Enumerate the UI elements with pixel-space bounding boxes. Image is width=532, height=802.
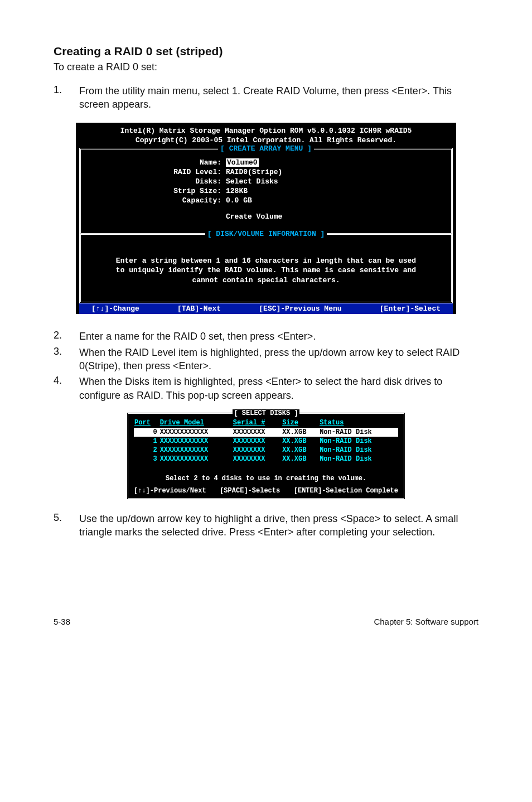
step-text: From the utility main menu, select 1. Cr…	[79, 84, 478, 112]
col-size: Size	[282, 418, 319, 428]
footer-key-change: [↑↓]-Change	[91, 305, 139, 313]
footer-key-prev: [↑↓]-Previous/Next	[134, 487, 206, 495]
col-port: Port	[134, 418, 159, 428]
step-1: 1. From the utility main menu, select 1.…	[54, 84, 478, 112]
cell-size: XX.XGB	[282, 455, 319, 463]
cell-model: XXXXXXXXXXXX	[159, 428, 233, 437]
bios-banner-line: Intel(R) Matrix Storage Manager Option R…	[76, 126, 456, 136]
footer-key-enter: [Enter]-Select	[380, 305, 441, 313]
value-strip-size: 128KB	[226, 187, 438, 195]
panel-title: [ DISK/VOLUME INFORMATION ]	[205, 230, 327, 238]
step-text: When the Disks item is highlighted, pres…	[79, 375, 478, 402]
label-raid-level: RAID Level:	[81, 168, 226, 176]
step-2: 2. Enter a name for the RAID 0 set, then…	[54, 330, 478, 343]
label-capacity: Capacity:	[81, 196, 226, 205]
cell-status: Non-RAID Disk	[319, 455, 398, 463]
footer-key-enter: [ENTER]-Selection Complete	[294, 487, 398, 495]
col-serial: Serial #	[233, 418, 282, 428]
step-number: 2.	[54, 330, 79, 343]
disks-table: Port Drive Model Serial # Size Status 0 …	[134, 418, 398, 463]
bios-create-array-screenshot: Intel(R) Matrix Storage Manager Option R…	[76, 123, 456, 315]
step-number: 3.	[54, 346, 79, 373]
value-name: Volume0	[226, 158, 259, 167]
footer-key-tab: [TAB]-Next	[177, 305, 221, 313]
section-heading: Creating a RAID 0 set (striped)	[54, 45, 478, 58]
create-array-panel: [ CREATE ARRAY MENU ] Name: Volume0 RAID…	[79, 148, 453, 235]
info-line: to uniquely identify the RAID volume. Th…	[86, 265, 446, 276]
col-model: Drive Model	[159, 418, 233, 428]
value-disks: Select Disks	[226, 177, 438, 186]
col-status: Status	[319, 418, 398, 428]
label-disks: Disks:	[81, 177, 226, 186]
panel-title: [ CREATE ARRAY MENU ]	[218, 144, 314, 153]
disk-row-selected: 0 XXXXXXXXXXXX XXXXXXXX XX.XGB Non-RAID …	[134, 428, 398, 437]
cell-model: XXXXXXXXXXXX	[159, 437, 233, 446]
cell-status: Non-RAID Disk	[319, 446, 398, 455]
panel-title: [ SELECT DISKS ]	[233, 409, 299, 417]
label-strip-size: Strip Size:	[81, 187, 226, 195]
cell-size: XX.XGB	[282, 428, 319, 437]
label-name: Name:	[81, 158, 226, 167]
page-number: 5-38	[54, 617, 70, 626]
select-disks-note: Select 2 to 4 disks to use in creating t…	[134, 463, 398, 487]
cell-serial: XXXXXXXX	[233, 446, 282, 455]
cell-model: XXXXXXXXXXXX	[159, 455, 233, 463]
value-raid-level: RAID0(Stripe)	[226, 168, 438, 176]
cell-port: 3	[134, 455, 159, 463]
step-text: Enter a name for the RAID 0 set, then pr…	[79, 330, 478, 343]
cell-port: 0	[134, 428, 159, 437]
cell-size: XX.XGB	[282, 446, 319, 455]
disk-row: 3 XXXXXXXXXXXX XXXXXXXX XX.XGB Non-RAID …	[134, 455, 398, 463]
step-text: Use the up/down arrow key to highlight a…	[79, 512, 478, 539]
value-capacity: 0.0 GB	[226, 196, 438, 205]
select-disks-panel: [ SELECT DISKS ] Port Drive Model Serial…	[127, 412, 405, 500]
info-line: Enter a string between 1 and 16 characte…	[86, 256, 446, 266]
step-5: 5. Use the up/down arrow key to highligh…	[54, 512, 478, 539]
step-3: 3. When the RAID Level item is highlight…	[54, 346, 478, 373]
cell-model: XXXXXXXXXXXX	[159, 446, 233, 455]
bios-select-disks-screenshot: [ SELECT DISKS ] Port Drive Model Serial…	[127, 412, 405, 500]
cell-serial: XXXXXXXX	[233, 428, 282, 437]
step-4: 4. When the Disks item is highlighted, p…	[54, 375, 478, 402]
cell-status: Non-RAID Disk	[319, 437, 398, 446]
step-number: 4.	[54, 375, 79, 402]
disk-row: 2 XXXXXXXXXXXX XXXXXXXX XX.XGB Non-RAID …	[134, 446, 398, 455]
bios-footer-bar: [↑↓]-Change [TAB]-Next [ESC]-Previous Me…	[79, 303, 453, 314]
cell-serial: XXXXXXXX	[233, 437, 282, 446]
cell-size: XX.XGB	[282, 437, 319, 446]
footer-key-esc: [ESC]-Previous Menu	[259, 305, 341, 313]
cell-port: 2	[134, 446, 159, 455]
chapter-label: Chapter 5: Software support	[374, 617, 478, 626]
step-number: 1.	[54, 84, 79, 112]
section-intro: To create a RAID 0 set:	[54, 61, 478, 73]
cell-status: Non-RAID Disk	[319, 428, 398, 437]
page-footer: 5-38 Chapter 5: Software support	[54, 617, 478, 626]
step-text: When the RAID Level item is highlighted,…	[79, 346, 478, 373]
select-disks-footer: [↑↓]-Previous/Next [SPACE]-Selects [ENTE…	[134, 487, 398, 496]
footer-key-space: [SPACE]-Selects	[220, 487, 280, 495]
create-volume-action: Create Volume	[81, 205, 451, 229]
step-number: 5.	[54, 512, 79, 539]
disk-volume-info-panel: [ DISK/VOLUME INFORMATION ] Enter a stri…	[79, 235, 453, 304]
cell-serial: XXXXXXXX	[233, 455, 282, 463]
info-line: cannot contain special characters.	[86, 276, 446, 286]
cell-port: 1	[134, 437, 159, 446]
disk-row: 1 XXXXXXXXXXXX XXXXXXXX XX.XGB Non-RAID …	[134, 437, 398, 446]
